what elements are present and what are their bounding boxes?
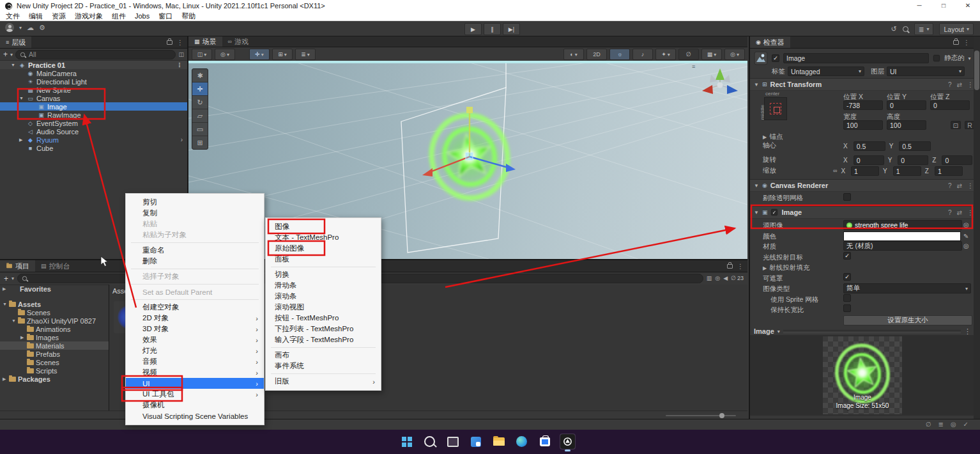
search-icon[interactable] xyxy=(903,26,908,32)
file-explorer-icon[interactable] xyxy=(491,434,507,450)
submenu-item[interactable]: 画布 xyxy=(266,350,381,361)
scene-visibility-icon[interactable]: ◫ xyxy=(178,52,184,58)
gizmos-dropdown-button[interactable]: ◎▾ xyxy=(724,49,745,60)
expand-caret-icon[interactable]: ▼ xyxy=(19,96,26,100)
rotation-x-field[interactable]: 0 xyxy=(854,155,884,165)
use-sprite-mesh-checkbox[interactable] xyxy=(843,294,851,302)
account-icon[interactable] xyxy=(5,23,14,32)
draw-mode-button[interactable]: ◐▾ xyxy=(563,49,584,60)
context-menu-item[interactable]: UI › xyxy=(126,378,264,389)
context-menu-item[interactable] xyxy=(126,282,264,286)
raycast-padding-foldout-icon[interactable]: ▶ xyxy=(763,265,767,271)
component-menu-icon[interactable]: ⋮ xyxy=(967,209,974,216)
scene-menu-icon[interactable]: ⋮ xyxy=(176,61,183,68)
pan-tool-icon[interactable]: ✱ xyxy=(192,69,208,82)
pos-y-field[interactable]: 0 xyxy=(887,100,926,110)
lock-icon[interactable] xyxy=(953,40,959,45)
pos-x-field[interactable]: -738 xyxy=(843,100,883,110)
scene-header-row[interactable]: ▼ ◈ Practice 01 ⋮ xyxy=(0,61,187,69)
color-swatch[interactable] xyxy=(843,231,961,241)
rotate-tool-icon[interactable]: ↻ xyxy=(192,96,208,109)
expand-caret-icon[interactable]: ▶ xyxy=(3,377,9,382)
context-menu-item[interactable]: 删除 xyxy=(126,256,264,267)
orientation-gizmo[interactable] xyxy=(702,68,738,94)
menubar-item[interactable]: 帮助 xyxy=(181,12,195,21)
grid-snapping-button[interactable]: ✛▾ xyxy=(249,49,270,60)
context-menu-item[interactable]: UI 工具包 › xyxy=(126,389,264,400)
help-icon[interactable]: ? xyxy=(948,81,952,88)
microsoft-store-icon[interactable] xyxy=(537,434,553,450)
hidden-count-eye-icon[interactable]: ∅23 xyxy=(731,276,744,281)
hierarchy-item[interactable]: ▼ ▭ Canvas xyxy=(0,94,187,102)
mute-icon[interactable]: ∅ xyxy=(926,421,931,428)
prefab-open-arrow-icon[interactable]: › xyxy=(181,136,183,143)
foldout-caret-icon[interactable]: ▼ xyxy=(754,82,759,88)
layers-dropdown[interactable]: ≣▾ xyxy=(914,23,934,35)
scene-visibility-toggle-icon[interactable]: ∅ xyxy=(678,49,699,60)
snap-increment-button[interactable]: ≣▾ xyxy=(295,49,316,60)
hierarchy-item[interactable]: ▶ ◆ Ryuum › xyxy=(0,136,187,144)
context-menu-item[interactable]: 重命名 xyxy=(126,245,264,256)
foldout-caret-icon[interactable]: ▼ xyxy=(754,210,759,215)
object-picker-icon[interactable]: ◎ xyxy=(963,243,969,249)
panel-menu-icon[interactable]: ⋮ xyxy=(963,39,970,46)
foldout-caret-icon[interactable]: ▼ xyxy=(754,183,759,189)
pos-z-field[interactable]: 0 xyxy=(930,100,970,110)
widgets-icon[interactable] xyxy=(468,434,484,450)
rotation-z-field[interactable]: 0 xyxy=(942,155,972,165)
rotation-y-field[interactable]: 0 xyxy=(898,155,928,165)
create-object-button[interactable]: + xyxy=(3,50,8,59)
scale-y-field[interactable]: 1 xyxy=(893,166,921,176)
tool-handle-rotation-button[interactable]: ◎▾ xyxy=(215,49,235,60)
context-menu-item[interactable]: 复制 xyxy=(126,208,264,219)
project-tree-item[interactable]: Scripts xyxy=(0,366,109,375)
submenu-item[interactable]: 输入字段 - TextMeshPro xyxy=(266,334,381,345)
submenu-item[interactable]: 滑动条 xyxy=(266,280,381,291)
scale-z-field[interactable]: 1 xyxy=(935,166,963,176)
tab-scene[interactable]: ▦ 场景 xyxy=(188,36,222,47)
submenu-item[interactable]: 按钮 - TextMeshPro xyxy=(266,313,381,324)
unity-taskbar-icon[interactable] xyxy=(560,434,576,450)
rect-tool-icon[interactable]: ▭ xyxy=(192,123,208,136)
menubar-item[interactable]: 游戏对象 xyxy=(75,12,103,21)
create-caret-icon[interactable]: ▾ xyxy=(11,276,14,281)
project-tree-item[interactable]: Scenes xyxy=(0,308,109,317)
project-tree-item[interactable]: ▶ Favorites xyxy=(0,285,109,293)
gameobject-name-field[interactable]: Image xyxy=(783,53,929,63)
progress-ok-icon[interactable]: ✓ xyxy=(963,421,969,428)
submenu-item[interactable]: 滚动视图 xyxy=(266,302,381,313)
expand-caret-icon[interactable]: ▶ xyxy=(20,335,27,340)
hierarchy-item[interactable]: ▣ Image xyxy=(0,102,187,111)
search-by-type-icon[interactable]: ▥ xyxy=(707,276,712,281)
pivot-y-field[interactable]: 0.5 xyxy=(899,141,931,151)
thumbnail-size-slider[interactable] xyxy=(666,415,736,416)
submenu-item[interactable]: 事件系统 xyxy=(266,361,381,372)
scale-x-field[interactable]: 1 xyxy=(851,166,879,176)
preview-menu-icon[interactable]: ⋮ xyxy=(964,328,971,335)
move-tool-icon[interactable]: ✛ xyxy=(192,82,208,96)
hierarchy-item[interactable]: ▣ RawImage xyxy=(0,111,187,119)
scale-tool-icon[interactable]: ▱ xyxy=(192,109,208,123)
context-menu-item[interactable]: 选择子对象 xyxy=(126,271,264,282)
component-menu-icon[interactable]: ⋮ xyxy=(967,81,974,88)
object-picker-icon[interactable]: ◎ xyxy=(963,222,969,228)
anchor-preset-widget[interactable] xyxy=(764,97,787,120)
tab-hierarchy[interactable]: ≡ 层级 xyxy=(0,36,31,48)
submenu-item[interactable]: 滚动条 xyxy=(266,291,381,302)
camera-settings-button[interactable]: ▦▾ xyxy=(701,49,722,60)
width-field[interactable]: 100 xyxy=(843,120,883,130)
maximize-button[interactable]: □ xyxy=(931,0,956,12)
context-menu-item[interactable]: 视频 › xyxy=(126,367,264,378)
hierarchy-item[interactable]: ◇ EventSystem xyxy=(0,119,187,127)
component-menu-icon[interactable]: ⋮ xyxy=(967,182,974,189)
hierarchy-item[interactable]: ☀ Directional Light xyxy=(0,77,187,86)
tag-dropdown[interactable]: Untagged▾ xyxy=(788,67,864,76)
hierarchy-item[interactable]: ▩ New Sprite xyxy=(0,86,187,94)
context-menu-item[interactable]: 剪切 xyxy=(126,197,264,208)
submenu-item[interactable]: 切换 xyxy=(266,269,381,280)
context-menu-item[interactable]: 创建空对象 xyxy=(126,302,264,313)
tab-console[interactable]: ▤ 控制台 xyxy=(35,260,76,272)
material-object-field[interactable]: 无 (材质) xyxy=(843,241,962,251)
maskable-checkbox[interactable]: ✓ xyxy=(843,273,851,281)
project-tree-item[interactable]: ▼ Assets xyxy=(0,300,109,308)
